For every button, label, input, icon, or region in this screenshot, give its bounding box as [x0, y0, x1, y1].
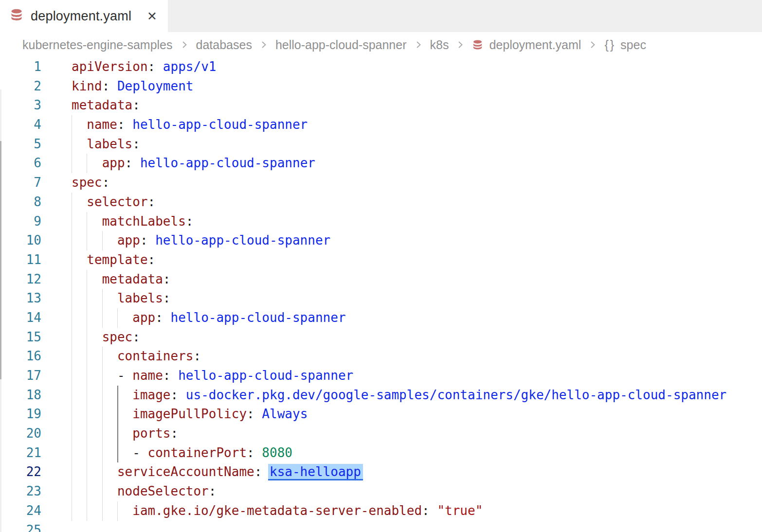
code-text[interactable]: name: hello-app-cloud-spanner: [72, 115, 762, 135]
code-text[interactable]: - containerPort: 8080: [72, 443, 762, 463]
code-text[interactable]: app: hello-app-cloud-spanner: [72, 231, 762, 250]
code-text[interactable]: serviceAccountName: ksa-helloapp: [72, 462, 762, 482]
highlighted-value[interactable]: ksa-helloapp: [268, 464, 363, 480]
code-text[interactable]: - name: hello-app-cloud-spanner: [72, 366, 762, 386]
code-text[interactable]: iam.gke.io/gke-metadata-server-enabled: …: [72, 501, 762, 521]
yaml-value: hello-app-cloud-spanner: [140, 156, 315, 170]
yaml-key: labels: [87, 137, 132, 151]
line-number: 13: [0, 289, 41, 308]
line-number: 2: [0, 77, 41, 96]
indent-guide: [72, 462, 72, 482]
yaml-key: labels: [117, 291, 163, 305]
line-number: 10: [0, 231, 41, 250]
chevron-right-icon: [588, 40, 598, 50]
code-text[interactable]: containers:: [72, 347, 762, 366]
colon: :: [247, 407, 254, 421]
code-line-17: 17 - name: hello-app-cloud-spanner: [0, 366, 762, 386]
code-text[interactable]: apiVersion: apps/v1: [72, 57, 762, 77]
code-text[interactable]: labels:: [72, 135, 762, 154]
scrollbar-thumb[interactable]: [0, 141, 1, 379]
colon: :: [209, 484, 217, 498]
indent-guide: [102, 308, 103, 328]
code-line-21: 21 - containerPort: 8080: [0, 443, 762, 463]
chevron-right-icon: [180, 40, 189, 50]
indent-guide: [87, 270, 87, 289]
code-text[interactable]: image: us-docker.pkg.dev/google-samples/…: [72, 386, 762, 405]
colon: :: [193, 349, 201, 363]
indent-guide: [117, 424, 118, 443]
code-text[interactable]: [72, 521, 762, 532]
code-text[interactable]: labels:: [72, 289, 762, 308]
colon: :: [163, 368, 171, 383]
breadcrumb-item-deployment-yaml[interactable]: deployment.yaml: [472, 38, 581, 52]
breadcrumb-item-spec[interactable]: {}spec: [604, 38, 646, 52]
indent-guide: [72, 193, 72, 212]
code-text[interactable]: selector:: [72, 193, 762, 212]
breadcrumb-label: k8s: [430, 38, 449, 52]
indent-guide: [102, 231, 103, 250]
code-text[interactable]: ports:: [72, 424, 762, 443]
indent-guide: [72, 115, 72, 135]
line-number: 8: [0, 193, 41, 212]
line-number: 14: [0, 308, 41, 328]
line-number: 23: [0, 482, 41, 501]
code-line-1: 1apiVersion: apps/v1: [0, 57, 762, 77]
indent-guide: [102, 462, 103, 482]
indent-guide: [117, 405, 118, 424]
code-text[interactable]: app: hello-app-cloud-spanner: [72, 308, 762, 328]
yaml-key: spec: [72, 175, 102, 190]
indent-guide: [87, 366, 87, 386]
indent-guide: [102, 443, 103, 463]
indent-guide: [102, 482, 103, 501]
scrollbar[interactable]: [0, 89, 1, 532]
yaml-key: containers: [117, 349, 194, 363]
code-line-16: 16 containers:: [0, 347, 762, 366]
tab-deployment-yaml[interactable]: deployment.yaml ✕: [0, 0, 168, 32]
indent-guide: [87, 424, 87, 443]
line-number: 24: [0, 501, 41, 521]
close-icon[interactable]: ✕: [147, 10, 157, 22]
line-number: 22: [0, 462, 41, 482]
breadcrumb-item-hello-app-cloud-spanner[interactable]: hello-app-cloud-spanner: [275, 38, 407, 52]
yaml-value: ksa-helloapp: [270, 464, 361, 479]
code-text[interactable]: app: hello-app-cloud-spanner: [72, 154, 762, 173]
yaml-key: app: [117, 233, 140, 248]
code-text[interactable]: spec:: [72, 173, 762, 193]
indent-guide: [72, 270, 72, 289]
breadcrumb-label: kubernetes-engine-samples: [22, 38, 173, 52]
code-text[interactable]: metadata:: [72, 96, 762, 115]
line-number: 4: [0, 115, 41, 135]
code-line-6: 6 app: hello-app-cloud-spanner: [0, 154, 762, 173]
breadcrumb-item-kubernetes-engine-samples[interactable]: kubernetes-engine-samples: [22, 38, 173, 52]
indent-guide: [72, 289, 72, 308]
line-number: 1: [0, 57, 41, 77]
yaml-value: hello-app-cloud-spanner: [178, 368, 353, 383]
tab-title: deployment.yaml: [31, 9, 131, 24]
indent-guide: [87, 443, 87, 463]
code-text[interactable]: spec:: [72, 328, 762, 347]
line-number: 5: [0, 135, 41, 154]
code-lines: 1apiVersion: apps/v12kind: Deployment3me…: [0, 57, 762, 532]
colon: :: [148, 59, 156, 74]
breadcrumb-label: databases: [196, 38, 252, 52]
code-editor: 1apiVersion: apps/v12kind: Deployment3me…: [0, 57, 762, 532]
chevron-right-icon: [259, 40, 269, 50]
yaml-value: hello-app-cloud-spanner: [171, 310, 346, 325]
yaml-key: name: [132, 368, 163, 383]
breadcrumb: kubernetes-engine-samples databases hell…: [0, 32, 762, 57]
line-number: 7: [0, 173, 41, 193]
code-text[interactable]: imagePullPolicy: Always: [72, 405, 762, 424]
breadcrumb-item-databases[interactable]: databases: [196, 38, 252, 52]
code-text[interactable]: metadata:: [72, 270, 762, 289]
indent-guide: [102, 386, 103, 405]
indent-guide: [117, 308, 118, 328]
code-text[interactable]: matchLabels:: [72, 212, 762, 231]
indent-guide: [87, 212, 87, 231]
breadcrumb-item-k8s[interactable]: k8s: [430, 38, 449, 52]
code-text[interactable]: kind: Deployment: [72, 77, 762, 96]
chevron-right-icon: [414, 40, 423, 50]
colon: :: [186, 214, 194, 229]
breadcrumb-label: hello-app-cloud-spanner: [275, 38, 407, 52]
code-text[interactable]: template:: [72, 250, 762, 270]
code-text[interactable]: nodeSelector:: [72, 482, 762, 501]
